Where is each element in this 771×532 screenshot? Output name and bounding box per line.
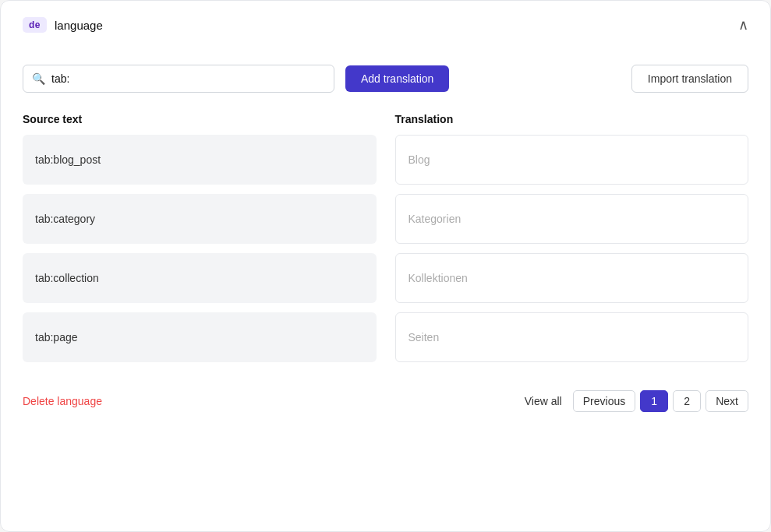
- lang-badge: de: [23, 17, 47, 33]
- footer: Delete language View all Previous 1 2 Ne…: [23, 390, 748, 412]
- add-translation-button[interactable]: Add translation: [345, 65, 449, 92]
- pagination: View all Previous 1 2 Next: [525, 390, 748, 412]
- source-row-4: tab:page: [23, 312, 377, 362]
- next-button[interactable]: Next: [706, 390, 748, 412]
- search-icon: 🔍: [32, 72, 45, 85]
- header-left: de language: [23, 17, 103, 33]
- delete-language-button[interactable]: Delete language: [23, 395, 102, 407]
- header-title: language: [55, 19, 103, 32]
- collapse-icon[interactable]: ∧: [738, 16, 748, 33]
- translation-row-1[interactable]: Blog: [395, 135, 749, 185]
- page-2-button[interactable]: 2: [673, 390, 701, 412]
- translation-row-2[interactable]: Kategorien: [395, 194, 749, 244]
- source-row-1: tab:blog_post: [23, 135, 377, 185]
- translation-column-header: Translation: [395, 113, 749, 125]
- translation-columns: Source text tab:blog_post tab:category t…: [23, 113, 748, 372]
- content-area: 🔍 Add translation Import translation Sou…: [1, 46, 770, 434]
- main-card: de language ∧ 🔍 Add translation Import t…: [0, 0, 771, 532]
- translation-column: Translation Blog Kategorien Kollektionen…: [395, 113, 749, 372]
- source-row-2: tab:category: [23, 194, 377, 244]
- language-header: de language ∧: [1, 1, 770, 46]
- import-translation-button[interactable]: Import translation: [631, 65, 748, 93]
- toolbar: 🔍 Add translation Import translation: [23, 65, 748, 93]
- translation-row-3[interactable]: Kollektionen: [395, 253, 749, 303]
- source-row-3: tab:collection: [23, 253, 377, 303]
- previous-button[interactable]: Previous: [573, 390, 635, 412]
- translation-row-4[interactable]: Seiten: [395, 312, 749, 362]
- source-column-header: Source text: [23, 113, 377, 125]
- page-1-button[interactable]: 1: [640, 390, 668, 412]
- source-column: Source text tab:blog_post tab:category t…: [23, 113, 377, 372]
- search-input[interactable]: [23, 65, 334, 93]
- search-wrapper: 🔍: [23, 65, 334, 93]
- view-all-button[interactable]: View all: [525, 395, 562, 407]
